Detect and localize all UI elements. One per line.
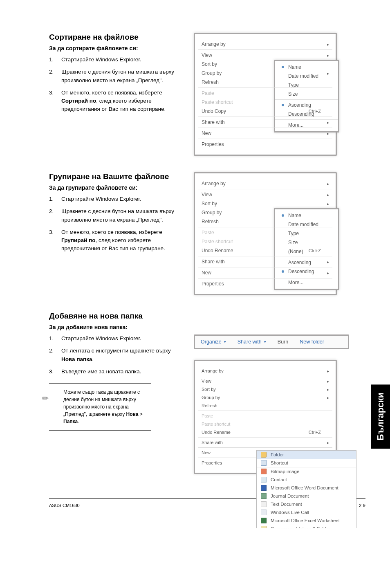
step-text: Въведете име за новата папка. [61, 368, 141, 376]
step-text: От менюто, което се появява, изберете Со… [61, 89, 184, 114]
context-menu-new[interactable]: Arrange by▸ View▸ Sort by▸ Group by▸ Ref… [194, 360, 337, 474]
explorer-toolbar: Organize Share with Burn New folder [194, 334, 349, 349]
section-group: Групиране на Вашите файлове За да групир… [49, 172, 365, 295]
step-text: От лентата с инструменти щракнете върху … [61, 347, 184, 364]
section-sort: Сортиране на файлове За да сортирате фай… [49, 33, 365, 156]
shortcut-icon [261, 460, 267, 466]
heading-sort: Сортиране на файлове [49, 33, 184, 42]
side-language-tab: Български [371, 384, 390, 449]
heading-newfolder: Добавяне на нова папка [49, 312, 365, 321]
toolbar-organize[interactable]: Organize [201, 339, 226, 345]
footer-left: ASUS CM1630 [49, 503, 80, 508]
step-text: Стартирайте Windows Explorer. [61, 56, 141, 64]
toolbar-burn[interactable]: Burn [278, 339, 288, 345]
tip-box: ✎ Можете също така да щракнете с десния … [49, 383, 151, 431]
toolbar-newfolder[interactable]: New folder [300, 339, 324, 345]
image-icon [261, 469, 267, 474]
subheading-newfolder: За да добавите нова папка: [49, 324, 365, 330]
toolbar-share[interactable]: Share with [238, 339, 266, 345]
excel-icon [261, 518, 267, 523]
subheading-group: За да групирате файловете си: [49, 184, 184, 191]
heading-group: Групиране на Вашите файлове [49, 172, 184, 181]
word-icon [261, 485, 267, 491]
new-submenu[interactable]: Folder Shortcut Bitmap image Contact Mic… [256, 450, 356, 528]
subheading-sort: За да сортирате файловете си: [49, 45, 184, 52]
contact-icon [261, 477, 267, 483]
section-newfolder: Стартирайте Windows Explorer. От лентата… [49, 334, 365, 474]
context-menu-sort[interactable]: Arrange by▸ View▸ Sort by▸ Name Date mod… [194, 33, 337, 156]
steps-newfolder: Стартирайте Windows Explorer. От лентата… [49, 334, 184, 376]
steps-sort: Стартирайте Windows Explorer. Щракнете с… [49, 56, 184, 114]
step-text: Стартирайте Windows Explorer. [61, 195, 141, 203]
journal-icon [261, 493, 267, 499]
tip-text: Можете също така да щракнете с десния бу… [63, 388, 150, 425]
step-text: От менюто, което се появява, изберете Гр… [61, 228, 184, 253]
footer-right: 2-9 [359, 503, 365, 508]
text-icon [261, 501, 267, 507]
folder-icon [261, 452, 267, 458]
step-text: Стартирайте Windows Explorer. [61, 334, 141, 343]
step-text: Щракнете с десния бутон на мишката върху… [61, 207, 184, 224]
steps-group: Стартирайте Windows Explorer. Щракнете с… [49, 195, 184, 253]
step-text: Щракнете с десния бутон на мишката върху… [61, 68, 184, 85]
zip-icon [261, 526, 267, 528]
call-icon [261, 509, 267, 515]
context-menu-group[interactable]: Arrange by▸ View▸ Sort by▸ Group by▸ Nam… [194, 172, 337, 295]
